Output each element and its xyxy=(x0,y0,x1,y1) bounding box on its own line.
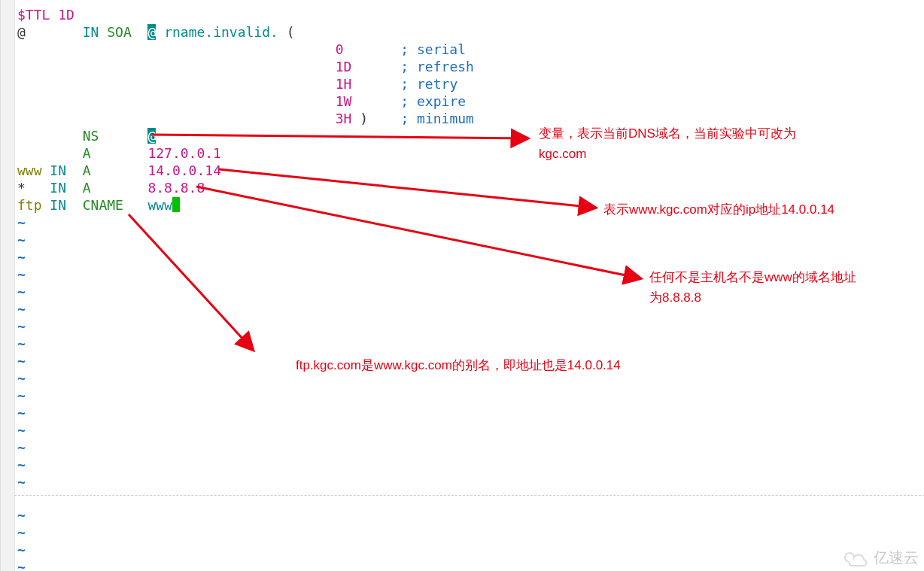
soa-comment: ; expire xyxy=(400,93,466,109)
soa-value: 1W xyxy=(336,93,352,109)
annotation-text: 表示www.kgc.com对应的ip地址14.0.0.14 xyxy=(603,202,834,217)
soa-comment: ; serial xyxy=(400,41,466,57)
class-in: IN xyxy=(50,180,66,196)
vim-tilde: ~ xyxy=(17,231,26,248)
vim-tilde: ~ xyxy=(17,317,26,335)
code-line: 3H ) ; minimum xyxy=(17,110,474,127)
soa-value: 1D xyxy=(336,59,352,74)
type: A xyxy=(83,180,91,196)
code-line: @ IN SOA @ rname.invalid. ( xyxy=(17,23,295,41)
record-name: www xyxy=(17,162,42,178)
code-line: 1W ; expire xyxy=(17,93,466,110)
fold-indicator xyxy=(14,495,924,497)
annotation-1: 变量，表示当前DNS域名，当前实验中可改为 kgc.com xyxy=(539,123,855,164)
type: A xyxy=(83,145,91,161)
annotation-text: 为8.8.8.8 xyxy=(649,290,701,305)
record-name: * xyxy=(17,180,26,196)
vim-tilde: ~ xyxy=(17,248,26,266)
type: CNAME xyxy=(83,197,123,213)
class-in: IN xyxy=(50,197,66,213)
annotation-2: 表示www.kgc.com对应的ip地址14.0.0.14 xyxy=(603,199,834,220)
svg-line-2 xyxy=(196,187,640,278)
vim-tilde: ~ xyxy=(17,283,26,300)
annotation-text: ftp.kgc.com是www.kgc.com的别名，即地址也是14.0.0.1… xyxy=(296,358,621,372)
code-line: A 127.0.0.1 xyxy=(17,144,221,162)
gutter xyxy=(1,0,15,571)
svg-line-1 xyxy=(219,169,595,208)
code-line: 1H ; retry xyxy=(17,75,457,93)
vim-tilde: ~ xyxy=(17,369,26,387)
vim-tilde: ~ xyxy=(17,214,26,231)
vim-tilde: ~ xyxy=(17,524,26,541)
annotation-text: kgc.com xyxy=(539,147,586,161)
value: @ xyxy=(147,128,156,144)
vim-tilde: ~ xyxy=(17,300,26,317)
vim-tilde: ~ xyxy=(17,506,26,524)
record-name: ftp xyxy=(17,197,42,213)
class-in: IN xyxy=(83,24,99,40)
annotation-4: ftp.kgc.com是www.kgc.com的别名，即地址也是14.0.0.1… xyxy=(296,355,621,375)
watermark: 亿速云 xyxy=(843,548,919,568)
vim-tilde: ~ xyxy=(17,558,26,571)
vim-tilde: ~ xyxy=(17,541,26,558)
value: www xyxy=(147,197,172,213)
code-line: NS @ xyxy=(17,127,156,144)
vim-tilde: ~ xyxy=(17,439,26,456)
code-line: * IN A 8.8.8.8 xyxy=(17,179,205,196)
cursor xyxy=(172,197,180,212)
watermark-text: 亿速云 xyxy=(874,548,919,568)
value: 127.0.0.1 xyxy=(147,145,221,161)
soa-value: 3H xyxy=(336,111,352,126)
svg-line-0 xyxy=(151,135,527,138)
annotation-text: 变量，表示当前DNS域名，当前实验中可改为 xyxy=(539,126,796,141)
code-line: ftp IN CNAME www xyxy=(17,196,180,214)
code-line: 0 ; serial xyxy=(17,41,466,58)
vim-tilde: ~ xyxy=(17,266,26,283)
vim-tilde: ~ xyxy=(17,404,26,421)
value: 8.8.8.8 xyxy=(147,180,205,196)
type: NS xyxy=(83,128,99,144)
soa-value: 1H xyxy=(336,76,352,92)
code-line: $TTL 1D xyxy=(17,6,74,23)
vim-tilde: ~ xyxy=(17,473,26,491)
soa-comment: ; minimum xyxy=(400,111,474,126)
editor-viewport[interactable]: $TTL 1D @ IN SOA @ rname.invalid. ( 0 ; … xyxy=(0,0,924,571)
ttl-value: 1D xyxy=(58,7,74,23)
code-line: www IN A 14.0.0.14 xyxy=(17,162,221,179)
soa-comment: ; refresh xyxy=(400,59,474,74)
close-paren: ) xyxy=(360,111,368,126)
type: A xyxy=(83,162,91,178)
vim-tilde: ~ xyxy=(17,456,26,473)
value: 14.0.0.14 xyxy=(147,162,221,178)
soa-comment: ; retry xyxy=(400,76,457,92)
vim-tilde: ~ xyxy=(17,387,26,404)
vim-tilde: ~ xyxy=(17,335,26,352)
soa-value: 0 xyxy=(336,41,344,57)
type-soa: SOA xyxy=(107,24,132,40)
svg-line-3 xyxy=(129,214,253,350)
open-paren: ( xyxy=(287,24,295,40)
vim-tilde: ~ xyxy=(17,352,26,369)
vim-tilde: ~ xyxy=(17,421,26,439)
origin: @ xyxy=(17,24,26,40)
class-in: IN xyxy=(50,162,66,178)
annotation-3: 任何不是主机名不是www的域名地址 为8.8.8.8 xyxy=(649,267,890,308)
annotation-text: 任何不是主机名不是www的域名地址 xyxy=(649,270,856,284)
soa-mname: @ xyxy=(147,24,156,40)
code-line: 1D ; refresh xyxy=(17,58,474,75)
soa-rname: rname.invalid. xyxy=(164,24,278,40)
ttl-directive: $TTL xyxy=(17,7,50,23)
